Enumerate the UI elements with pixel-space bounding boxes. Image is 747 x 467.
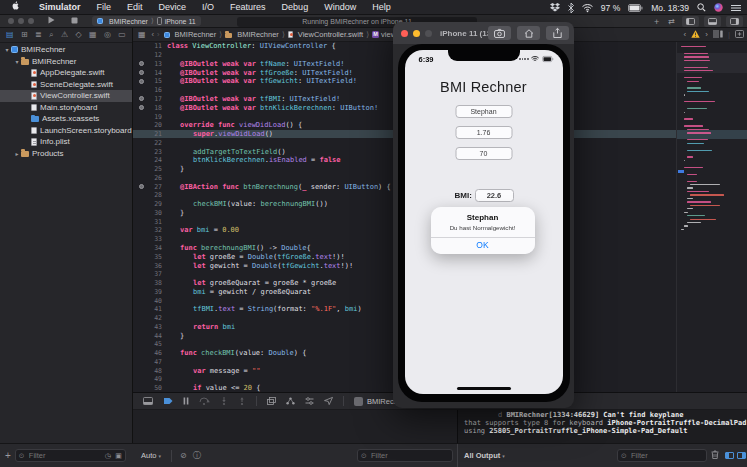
variables-view[interactable] xyxy=(133,410,457,443)
menu-help[interactable]: Help xyxy=(364,2,399,12)
quick-look-info-icon[interactable]: ⓘ xyxy=(193,450,201,461)
prev-issue-icon[interactable]: ‹ xyxy=(684,30,687,39)
disclosure-icon[interactable]: ▸ xyxy=(13,150,21,157)
menu-io[interactable]: I/O xyxy=(194,2,222,12)
swap-icon[interactable]: ⇄ xyxy=(666,17,677,26)
breakpoint-navigator-icon[interactable]: ◎ xyxy=(104,31,111,39)
run-button[interactable] xyxy=(48,16,55,26)
breadcrumb-project[interactable]: BMIRechner xyxy=(164,30,217,39)
add-file-button[interactable]: + xyxy=(5,450,11,461)
source-control-icon[interactable]: ⊞ xyxy=(21,31,28,39)
pause-icon[interactable] xyxy=(183,397,189,405)
step-out-icon[interactable] xyxy=(238,397,246,405)
menu-debug[interactable]: Debug xyxy=(274,2,317,12)
next-issue-icon[interactable]: › xyxy=(705,30,708,39)
activate-breakpoints-icon[interactable] xyxy=(163,397,173,405)
breadcrumb-folder[interactable]: BMIRechner xyxy=(225,30,279,39)
outlet-connection-icon[interactable] xyxy=(139,105,144,110)
bmi-result-field[interactable]: 22.6 xyxy=(475,189,514,202)
disclosure-icon[interactable]: ▾ xyxy=(3,46,11,53)
breakpoint-gutter[interactable] xyxy=(133,96,150,101)
share-button[interactable] xyxy=(546,26,569,40)
simulate-location-icon[interactable] xyxy=(324,397,333,405)
height-field[interactable]: 1.76 xyxy=(455,126,512,139)
trash-icon[interactable] xyxy=(711,450,719,461)
recent-files-icon[interactable]: ◷ xyxy=(105,452,111,460)
file-row-products[interactable]: ▸Products xyxy=(0,148,132,160)
minimap-icon[interactable] xyxy=(713,30,723,40)
menu-file[interactable]: File xyxy=(89,2,120,12)
add-editor-icon[interactable]: + xyxy=(652,17,661,27)
file-row-bmirechner[interactable]: ▾BMIRechner xyxy=(0,44,132,56)
step-over-icon[interactable] xyxy=(199,397,210,405)
scheme-selector[interactable]: BMIRechner ⟩ iPhone 11 xyxy=(92,16,201,26)
screenshot-button[interactable] xyxy=(488,26,511,40)
menu-simulator[interactable]: Simulator xyxy=(31,2,89,12)
stop-button[interactable] xyxy=(71,17,78,26)
breadcrumb-file[interactable]: ViewController.swift xyxy=(288,30,363,39)
dropbox-icon[interactable] xyxy=(550,3,560,12)
console-scope-selector[interactable]: All Output▾ xyxy=(464,451,505,460)
sim-close-button[interactable] xyxy=(401,30,408,37)
notification-center-icon[interactable] xyxy=(731,4,741,12)
disclosure-icon[interactable]: ▾ xyxy=(13,58,21,65)
hide-inspector-button[interactable] xyxy=(726,16,743,27)
siri-icon[interactable] xyxy=(714,3,723,12)
find-navigator-icon[interactable]: ⌕ xyxy=(49,31,53,39)
window-zoom-button[interactable] xyxy=(28,18,34,24)
show-variables-toggle[interactable] xyxy=(725,452,734,459)
menu-window[interactable]: Window xyxy=(316,2,364,12)
hide-debug-area-icon[interactable] xyxy=(143,397,153,405)
window-minimize-button[interactable] xyxy=(18,18,24,24)
file-row-main-storyboard[interactable]: Main.storyboard xyxy=(0,102,132,114)
go-forward-icon[interactable]: › xyxy=(157,30,160,39)
menu-edit[interactable]: Edit xyxy=(119,2,151,12)
scm-status-icon[interactable]: ▣ xyxy=(115,452,122,460)
memory-graph-icon[interactable] xyxy=(286,397,295,405)
go-back-icon[interactable]: ‹ xyxy=(152,30,155,39)
console-output[interactable]: d BMIRechner[1334:46629] Can't find keyp… xyxy=(457,410,747,443)
file-row-info-plist[interactable]: Info.plist xyxy=(0,136,132,148)
view-hierarchy-icon[interactable] xyxy=(267,397,276,405)
outlet-connection-icon[interactable] xyxy=(139,61,144,66)
sim-minimize-button[interactable] xyxy=(413,30,420,37)
related-items-icon[interactable]: ▦ xyxy=(138,30,146,39)
apple-menu-icon[interactable] xyxy=(12,1,21,13)
flatten-list-icon[interactable]: ⊘ xyxy=(180,451,187,460)
simulator-title-bar[interactable]: iPhone 11 (13.4.1) xyxy=(393,22,574,44)
weight-field[interactable]: 70 xyxy=(455,147,512,160)
show-console-toggle[interactable] xyxy=(737,452,746,459)
symbol-navigator-icon[interactable]: ≣ xyxy=(35,31,42,39)
issue-navigator-icon[interactable]: ⚠ xyxy=(61,31,68,39)
variables-scope-selector[interactable]: Auto▾ xyxy=(141,451,161,460)
file-row-scenedelegate-swift[interactable]: SceneDelegate.swift xyxy=(0,79,132,91)
wifi-icon[interactable] xyxy=(582,4,593,12)
hide-debug-button[interactable] xyxy=(704,16,721,27)
breakpoint-gutter[interactable] xyxy=(133,61,150,66)
alert-ok-button[interactable]: OK xyxy=(431,237,535,254)
project-navigator-icon[interactable]: ▤ xyxy=(6,31,14,39)
file-row-assets-xcassets[interactable]: Assets.xcassets xyxy=(0,113,132,125)
variables-filter-input[interactable] xyxy=(357,449,453,462)
file-row-launchscreen-storyboard[interactable]: LaunchScreen.storyboard xyxy=(0,125,132,137)
hide-navigator-button[interactable] xyxy=(682,16,699,27)
debug-navigator-icon[interactable]: ▦ xyxy=(89,31,97,39)
breakpoint-gutter[interactable] xyxy=(133,70,150,75)
outlet-connection-icon[interactable] xyxy=(139,70,144,75)
menu-features[interactable]: Features xyxy=(222,2,274,12)
sim-zoom-button[interactable] xyxy=(425,30,432,37)
environment-overrides-icon[interactable] xyxy=(305,397,314,405)
window-close-button[interactable] xyxy=(8,18,14,24)
spotlight-icon[interactable] xyxy=(697,3,706,12)
file-row-viewcontroller-swift[interactable]: ViewController.swift xyxy=(0,90,132,102)
battery-icon[interactable] xyxy=(628,4,643,12)
add-editor-split-icon[interactable] xyxy=(735,30,744,40)
test-navigator-icon[interactable]: ◇ xyxy=(76,31,82,39)
outlet-connection-icon[interactable] xyxy=(139,96,144,101)
file-row-bmirechner[interactable]: ▾BMIRechner xyxy=(0,56,132,68)
report-navigator-icon[interactable]: ▭ xyxy=(118,31,126,39)
name-field[interactable]: Stephan xyxy=(455,105,512,118)
menu-clock[interactable]: Mo. 18:39 xyxy=(651,3,689,13)
menu-device[interactable]: Device xyxy=(151,2,195,12)
outlet-connection-icon[interactable] xyxy=(139,79,144,84)
